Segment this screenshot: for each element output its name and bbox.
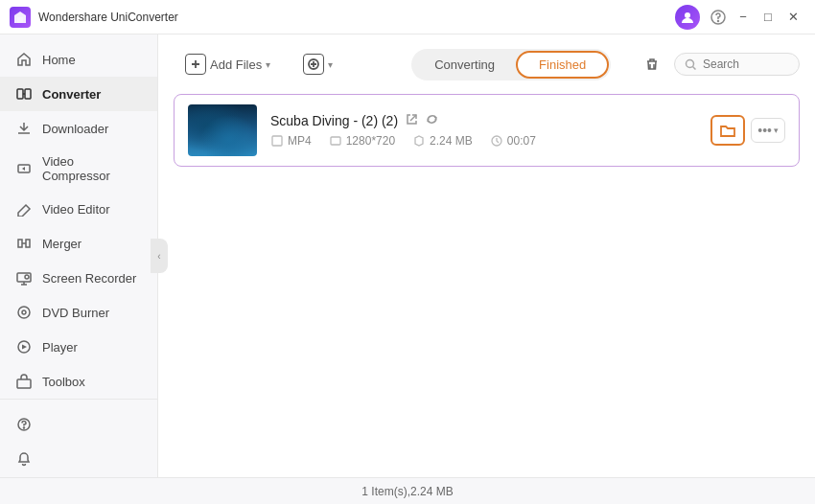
- search-icon: [685, 58, 697, 71]
- sidebar-collapse-handle[interactable]: ‹: [151, 239, 168, 273]
- sidebar: Home Converter Downloader Video Compress…: [0, 34, 158, 477]
- file-meta: MP4 1280*720 2.24 MB: [270, 134, 697, 148]
- sidebar-item-video-compressor[interactable]: Video Compressor: [0, 146, 157, 192]
- sidebar-wrapper: Home Converter Downloader Video Compress…: [0, 34, 158, 477]
- svg-point-3: [718, 20, 719, 21]
- file-thumbnail: [188, 104, 257, 156]
- sidebar-item-converter[interactable]: Converter: [0, 77, 157, 111]
- sidebar-item-dvd-burner[interactable]: DVD Burner: [0, 295, 157, 330]
- add-format-icon: [303, 54, 324, 75]
- file-info: Scuba Diving - (2) (2): [270, 113, 697, 148]
- sidebar-label-home: Home: [42, 53, 76, 67]
- sidebar-item-toolbox[interactable]: Toolbox: [0, 364, 157, 399]
- file-card: Scuba Diving - (2) (2): [174, 94, 800, 167]
- sidebar-item-video-editor[interactable]: Video Editor: [0, 192, 157, 226]
- player-icon: [15, 338, 33, 355]
- statusbar: 1 Item(s),2.24 MB: [0, 477, 815, 504]
- titlebar: Wondershare UniConverter − □ ✕: [0, 0, 815, 34]
- svg-rect-19: [331, 137, 340, 145]
- add-format-button[interactable]: ▾: [291, 48, 344, 80]
- screen-recorder-icon: [15, 269, 33, 286]
- meta-format: MP4: [270, 134, 312, 148]
- add-files-label: Add Files: [210, 57, 262, 72]
- size-icon: [412, 134, 426, 148]
- search-input[interactable]: [703, 57, 789, 71]
- sidebar-label-screen-recorder: Screen Recorder: [42, 271, 136, 286]
- svg-point-1: [685, 12, 690, 18]
- meta-duration: 00:07: [490, 134, 536, 148]
- sidebar-label-video-compressor: Video Compressor: [42, 154, 142, 183]
- app-title: Wondershare UniConverter: [38, 11, 675, 24]
- delete-button[interactable]: [638, 50, 666, 79]
- meta-size: 2.24 MB: [412, 134, 473, 148]
- svg-point-8: [25, 275, 29, 279]
- tab-group: Converting Finished: [411, 49, 611, 80]
- sidebar-label-merger: Merger: [42, 237, 82, 251]
- file-actions: ••• ▾: [710, 115, 785, 146]
- duration-value: 00:07: [507, 134, 536, 148]
- sidebar-item-feedback[interactable]: [0, 476, 157, 477]
- question-icon: [15, 416, 33, 433]
- svg-rect-5: [25, 89, 31, 99]
- help-button[interactable]: [706, 5, 731, 30]
- add-files-button[interactable]: Add Files ▾: [174, 48, 282, 80]
- sidebar-item-notifications[interactable]: [0, 442, 157, 476]
- sidebar-item-merger[interactable]: Merger: [0, 226, 157, 261]
- user-avatar[interactable]: [675, 5, 700, 30]
- video-compressor-icon: [15, 160, 33, 177]
- add-files-dropdown-icon: ▾: [266, 59, 270, 70]
- svg-rect-18: [272, 136, 282, 146]
- svg-rect-12: [17, 379, 31, 388]
- open-folder-button[interactable]: [710, 115, 745, 146]
- maximize-button[interactable]: □: [756, 5, 780, 30]
- tab-finished[interactable]: Finished: [516, 51, 609, 79]
- toolbar-right: [638, 50, 800, 79]
- resolution-icon: [329, 134, 342, 148]
- svg-point-10: [22, 310, 26, 314]
- downloader-icon: [15, 120, 33, 137]
- toolbar: Add Files ▾ ▾ Converting Finished: [174, 48, 800, 80]
- open-external-icon[interactable]: [406, 113, 418, 128]
- sidebar-item-screen-recorder[interactable]: Screen Recorder: [0, 261, 157, 295]
- file-title-text: Scuba Diving - (2) (2): [270, 113, 398, 128]
- more-chevron: ▾: [774, 126, 779, 135]
- sidebar-label-dvd-burner: DVD Burner: [42, 306, 109, 320]
- file-title: Scuba Diving - (2) (2): [270, 113, 697, 128]
- sidebar-label-video-editor: Video Editor: [42, 202, 110, 217]
- sidebar-item-downloader[interactable]: Downloader: [0, 111, 157, 146]
- video-editor-icon: [15, 200, 33, 218]
- home-icon: [15, 51, 33, 68]
- sidebar-item-player[interactable]: Player: [0, 330, 157, 364]
- tab-converting[interactable]: Converting: [413, 51, 516, 79]
- add-files-icon: [185, 54, 206, 75]
- dvd-burner-icon: [15, 304, 33, 321]
- refresh-icon[interactable]: [426, 113, 438, 128]
- minimize-button[interactable]: −: [731, 5, 756, 30]
- file-list: Scuba Diving - (2) (2): [174, 94, 800, 167]
- converter-icon: [15, 85, 33, 103]
- toolbox-icon: [15, 373, 33, 390]
- content-area: Add Files ▾ ▾ Converting Finished: [158, 34, 815, 477]
- svg-point-17: [687, 59, 694, 67]
- svg-point-14: [24, 427, 25, 428]
- sidebar-item-help[interactable]: [0, 407, 157, 442]
- svg-point-9: [18, 307, 30, 318]
- format-icon: [270, 134, 284, 148]
- size-value: 2.24 MB: [430, 134, 473, 148]
- svg-rect-0: [17, 17, 23, 23]
- bell-icon: [15, 450, 33, 468]
- sidebar-label-player: Player: [42, 340, 78, 355]
- close-button[interactable]: ✕: [780, 5, 805, 30]
- more-options-button[interactable]: ••• ▾: [751, 118, 785, 143]
- duration-icon: [490, 134, 503, 148]
- add-format-dropdown-icon: ▾: [328, 59, 333, 70]
- sidebar-item-home[interactable]: Home: [0, 42, 157, 77]
- format-value: MP4: [288, 134, 312, 148]
- sidebar-label-toolbox: Toolbox: [42, 375, 85, 389]
- status-text: 1 Item(s),2.24 MB: [361, 485, 453, 498]
- merger-icon: [15, 235, 33, 252]
- main-layout: Home Converter Downloader Video Compress…: [0, 34, 815, 477]
- search-box: [674, 53, 800, 76]
- sidebar-bottom: [0, 399, 157, 477]
- app-logo: [10, 7, 31, 28]
